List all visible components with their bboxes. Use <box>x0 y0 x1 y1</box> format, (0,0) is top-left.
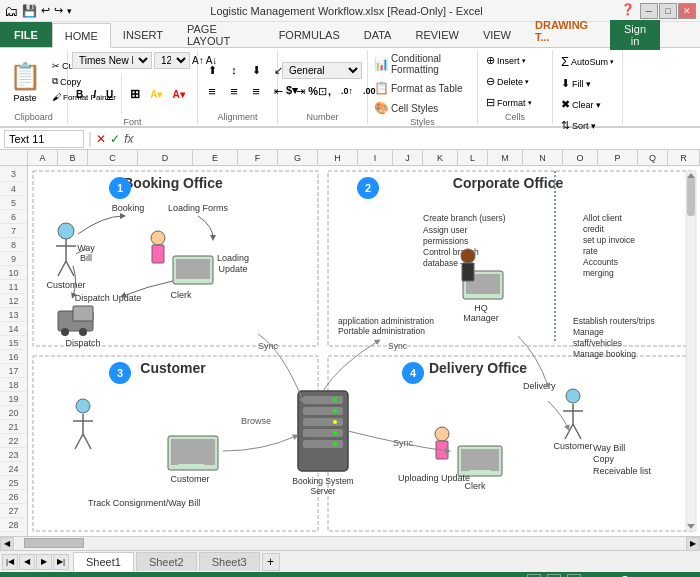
row-20[interactable]: 20 <box>0 406 27 420</box>
col-header-L[interactable]: L <box>458 150 488 165</box>
col-header-K[interactable]: K <box>423 150 458 165</box>
signin-button[interactable]: Sign in <box>610 20 660 50</box>
col-header-D[interactable]: D <box>138 150 193 165</box>
percent-button[interactable]: % <box>304 83 322 99</box>
row-21[interactable]: 21 <box>0 420 27 434</box>
sheet-tab-1[interactable]: Sheet1 <box>73 552 134 572</box>
tab-home[interactable]: HOME <box>52 23 111 48</box>
align-middle-button[interactable]: ↕ <box>224 62 244 78</box>
row-3[interactable]: 3 <box>0 166 27 182</box>
row-11[interactable]: 11 <box>0 280 27 294</box>
col-header-N[interactable]: N <box>523 150 563 165</box>
row-6[interactable]: 6 <box>0 210 27 224</box>
next-sheet-button[interactable]: ▶ <box>36 554 52 570</box>
row-25[interactable]: 25 <box>0 476 27 490</box>
redo-icon[interactable]: ↪ <box>54 4 63 17</box>
clear-button[interactable]: ✖ Clear ▾ <box>557 96 605 113</box>
customize-icon[interactable]: ▾ <box>67 6 72 16</box>
col-header-M[interactable]: M <box>488 150 523 165</box>
tab-review[interactable]: REVIEW <box>403 22 470 47</box>
row-16[interactable]: 16 <box>0 350 27 364</box>
border-button[interactable]: ⊞ <box>126 85 144 103</box>
row-4[interactable]: 4 <box>0 182 27 196</box>
font-size-select[interactable]: 12.1 <box>154 52 190 69</box>
row-17[interactable]: 17 <box>0 364 27 378</box>
scroll-left-button[interactable]: ◀ <box>0 537 14 551</box>
fill-button[interactable]: ⬇ Fill ▾ <box>557 75 595 92</box>
insert-button[interactable]: ⊕ Insert ▾ <box>482 52 530 69</box>
comma-button[interactable]: , <box>324 83 335 99</box>
help-icon[interactable]: ❓ <box>621 3 635 19</box>
row-19[interactable]: 19 <box>0 392 27 406</box>
autosum-button[interactable]: Σ AutoSum ▾ <box>557 52 618 71</box>
col-header-O[interactable]: O <box>563 150 598 165</box>
align-right-button[interactable]: ≡ <box>246 83 266 99</box>
col-header-I[interactable]: I <box>358 150 393 165</box>
col-header-G[interactable]: G <box>278 150 318 165</box>
row-9[interactable]: 9 <box>0 252 27 266</box>
minimize-button[interactable]: ─ <box>640 3 658 19</box>
h-scroll-thumb[interactable] <box>24 538 84 548</box>
tab-page-layout[interactable]: PAGE LAYOUT <box>175 22 267 47</box>
number-format-select[interactable]: General <box>282 62 362 79</box>
accounting-button[interactable]: $▾ <box>282 82 302 99</box>
row-27[interactable]: 27 <box>0 504 27 518</box>
tab-view[interactable]: VIEW <box>471 22 523 47</box>
col-header-R[interactable]: R <box>668 150 700 165</box>
row-14[interactable]: 14 <box>0 322 27 336</box>
format-button[interactable]: ⊟ Format ▾ <box>482 94 536 111</box>
row-8[interactable]: 8 <box>0 238 27 252</box>
undo-icon[interactable]: ↩ <box>41 4 50 17</box>
tab-formulas[interactable]: FORMULAS <box>267 22 352 47</box>
tab-data[interactable]: DATA <box>352 22 404 47</box>
formula-input[interactable] <box>138 130 697 148</box>
save-icon[interactable]: 💾 <box>22 4 37 18</box>
row-5[interactable]: 5 <box>0 196 27 210</box>
cancel-formula-icon[interactable]: ✕ <box>96 132 106 146</box>
sheet-tab-3[interactable]: Sheet3 <box>199 552 260 571</box>
sheet-tab-2[interactable]: Sheet2 <box>136 552 197 571</box>
confirm-formula-icon[interactable]: ✓ <box>110 132 120 146</box>
scroll-right-button[interactable]: ▶ <box>686 537 700 551</box>
row-15[interactable]: 15 <box>0 336 27 350</box>
tab-file[interactable]: FILE <box>0 22 52 47</box>
row-18[interactable]: 18 <box>0 378 27 392</box>
col-header-H[interactable]: H <box>318 150 358 165</box>
bold-button[interactable]: B <box>72 87 87 102</box>
row-7[interactable]: 7 <box>0 224 27 238</box>
row-29[interactable]: 29 <box>0 532 27 536</box>
align-bottom-button[interactable]: ⬇ <box>246 62 266 78</box>
tab-drawing-tools[interactable]: DRAWING T... <box>523 15 610 47</box>
cell-styles-button[interactable]: 🎨 Cell Styles <box>372 100 440 116</box>
prev-sheet-button[interactable]: ◀ <box>19 554 35 570</box>
row-23[interactable]: 23 <box>0 448 27 462</box>
col-header-B[interactable]: B <box>58 150 88 165</box>
font-color-button[interactable]: A▾ <box>168 87 188 102</box>
new-sheet-button[interactable]: + <box>262 553 280 571</box>
close-button[interactable]: ✕ <box>678 3 696 19</box>
align-left-button[interactable]: ≡ <box>202 83 222 99</box>
name-box[interactable] <box>4 130 84 148</box>
delete-button[interactable]: ⊖ Delete ▾ <box>482 73 533 90</box>
tab-insert[interactable]: INSERT <box>111 22 175 47</box>
font-name-select[interactable]: Times New R <box>72 52 152 69</box>
align-center-button[interactable]: ≡ <box>224 83 244 99</box>
row-10[interactable]: 10 <box>0 266 27 280</box>
underline-button[interactable]: U <box>102 87 117 102</box>
row-12[interactable]: 12 <box>0 294 27 308</box>
col-header-Q[interactable]: Q <box>638 150 668 165</box>
col-header-F[interactable]: F <box>238 150 278 165</box>
conditional-formatting-button[interactable]: 📊 Conditional Formatting <box>372 52 473 76</box>
fill-color-button[interactable]: A▾ <box>146 87 166 102</box>
italic-button[interactable]: I <box>89 87 100 102</box>
col-header-J[interactable]: J <box>393 150 423 165</box>
align-top-button[interactable]: ⬆ <box>202 62 222 78</box>
col-header-A[interactable]: A <box>28 150 58 165</box>
col-header-C[interactable]: C <box>88 150 138 165</box>
row-28[interactable]: 28 <box>0 518 27 532</box>
row-22[interactable]: 22 <box>0 434 27 448</box>
last-sheet-button[interactable]: ▶| <box>53 554 69 570</box>
format-as-table-button[interactable]: 📋 Format as Table <box>372 80 465 96</box>
col-header-E[interactable]: E <box>193 150 238 165</box>
paste-button[interactable]: 📋 Paste <box>4 58 46 106</box>
